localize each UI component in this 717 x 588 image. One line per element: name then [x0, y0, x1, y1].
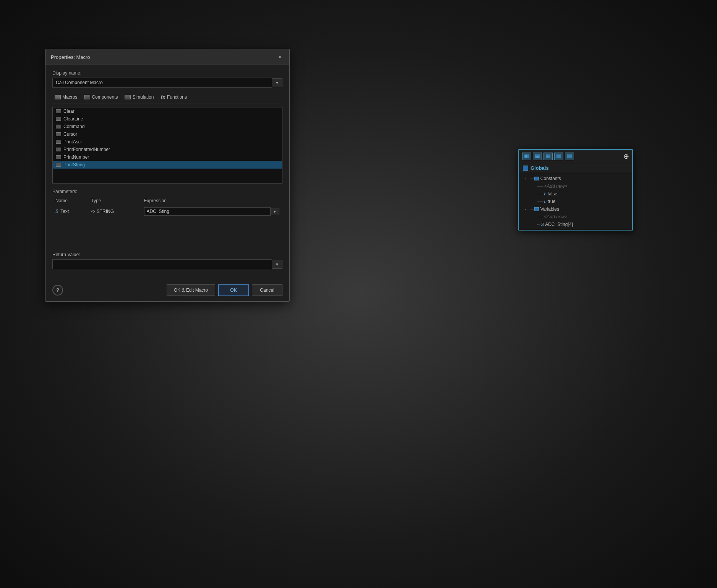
expression-input[interactable]	[144, 207, 271, 216]
globals-panel: x{} ≈ ⊕ Globals ▪ ─ Constants ── <Add ne…	[518, 149, 633, 231]
params-table: Name Type Expression S Text <- STRING	[52, 197, 282, 218]
macro-item-printnumber[interactable]: PrintNumber	[53, 153, 282, 161]
macro-item-printstring[interactable]: PrintString	[53, 161, 282, 169]
tree-constants-node[interactable]: ▪ ─ Constants	[519, 175, 632, 182]
globals-toolbar: x{} ≈ ⊕	[519, 150, 632, 163]
variables-label: Variables	[540, 206, 559, 212]
toolbar-btn-1[interactable]	[522, 153, 531, 160]
connector: ──	[537, 184, 543, 188]
help-button[interactable]: ?	[52, 285, 63, 296]
cancel-button[interactable]: Cancel	[252, 284, 282, 296]
macro-item-cursor[interactable]: Cursor	[53, 130, 282, 138]
param-expression-cell: ▼	[141, 205, 282, 218]
macros-tab-icon	[55, 95, 61, 99]
add-new-variable-label: <Add new>	[544, 214, 568, 219]
connector: ─	[537, 222, 540, 227]
connector: ──	[537, 214, 543, 219]
macro-item-label: PrintAscii	[63, 139, 83, 145]
functions-tab-icon: fx	[161, 94, 165, 100]
expr-cell: ▼	[144, 207, 279, 216]
ok-button[interactable]: OK	[218, 284, 249, 296]
dialog-title: Properties: Macro	[51, 54, 90, 60]
simulation-tab-label: Simulation	[132, 94, 154, 100]
toolbar-btn-5[interactable]	[565, 153, 574, 160]
svg-rect-7	[567, 154, 572, 158]
constants-label: Constants	[540, 176, 561, 181]
macro-item-label: PrintFormattedNumber	[63, 147, 110, 152]
macro-icon	[56, 155, 61, 159]
display-name-input[interactable]	[52, 78, 272, 88]
add-new-constant-label: <Add new>	[544, 184, 568, 189]
functions-tab-label: Functions	[167, 94, 187, 100]
macro-icon	[56, 140, 61, 144]
tab-macros[interactable]: Macros	[52, 93, 79, 101]
macro-icon	[56, 125, 61, 128]
dialog-footer: ? OK & Edit Macro OK Cancel	[45, 280, 289, 301]
svg-text:≈: ≈	[547, 155, 548, 158]
display-name-label: Display name:	[52, 70, 282, 76]
macro-item-label: Command	[63, 124, 84, 129]
macro-icon	[56, 117, 61, 121]
toolbar-btn-2[interactable]: x{}	[533, 153, 542, 160]
macro-icon	[56, 132, 61, 136]
connector: ──	[537, 192, 543, 196]
tab-simulation[interactable]: Simulation	[122, 93, 156, 101]
return-value-label: Return Value:	[52, 252, 282, 257]
tree-constants-add[interactable]: ── <Add new>	[519, 182, 632, 190]
param-row-text: S Text <- STRING ▼	[52, 205, 282, 218]
macro-icon	[56, 109, 61, 113]
svg-text:x{}: x{}	[535, 155, 539, 158]
ok-edit-macro-button[interactable]: OK & Edit Macro	[167, 284, 215, 296]
globals-title: Globals	[530, 165, 549, 171]
tab-components[interactable]: Components	[82, 93, 120, 101]
connector: ─	[530, 176, 534, 181]
display-name-dropdown[interactable]: ▼	[272, 78, 282, 87]
macro-item-clearline[interactable]: ClearLine	[53, 115, 282, 123]
connector: ─	[530, 207, 534, 211]
dialog-body: Display name: ▼ Macros Components Simula…	[45, 65, 289, 280]
params-header-expression: Expression	[141, 197, 282, 205]
expand-icon: ▪	[525, 177, 530, 181]
tab-functions[interactable]: fx Functions	[158, 93, 189, 101]
macro-item-printformattednumber[interactable]: PrintFormattedNumber	[53, 146, 282, 153]
macro-item-printascii[interactable]: PrintAscii	[53, 138, 282, 146]
tree-true-item[interactable]: ── b true	[519, 198, 632, 205]
components-tab-icon	[84, 95, 90, 99]
string-type-icon: S	[541, 222, 544, 227]
macro-list[interactable]: Clear ClearLine Command Cursor PrintAsci…	[52, 107, 282, 184]
parameters-label: Parameters:	[52, 189, 282, 194]
display-name-row: ▼	[52, 78, 282, 88]
macro-item-label: ClearLine	[63, 116, 83, 122]
expression-dropdown[interactable]: ▼	[271, 208, 279, 215]
string-type-icon: S	[55, 209, 58, 214]
globals-header: Globals	[519, 163, 632, 173]
move-cursor-icon[interactable]: ⊕	[623, 152, 629, 161]
svg-rect-6	[556, 154, 561, 158]
bool-type-icon: b	[544, 192, 547, 196]
svg-rect-1	[525, 155, 527, 158]
dialog-titlebar: Properties: Macro ×	[45, 49, 289, 65]
tabs-row: Macros Components Simulation fx Function…	[52, 93, 282, 104]
macro-item-label: PrintString	[63, 162, 85, 167]
macro-icon	[56, 148, 61, 151]
macro-item-label: Clear	[63, 109, 75, 114]
simulation-tab-icon	[125, 95, 131, 99]
tree-variables-add[interactable]: ── <Add new>	[519, 213, 632, 221]
tree-variables-node[interactable]: ▪ ─ Variables	[519, 205, 632, 213]
tree-adc-sting-item[interactable]: ─ S ADC_Sting[4]	[519, 221, 632, 228]
close-button[interactable]: ×	[276, 53, 284, 61]
return-value-dropdown[interactable]: ▼	[272, 260, 282, 269]
return-input-row: ▼	[52, 259, 282, 269]
macro-item-clear[interactable]: Clear	[53, 107, 282, 115]
expand-icon: ▪	[525, 207, 530, 211]
return-value-input[interactable]	[52, 259, 272, 269]
macro-item-command[interactable]: Command	[53, 123, 282, 130]
macro-item-label: PrintNumber	[63, 154, 89, 160]
toolbar-btn-4[interactable]	[554, 153, 563, 160]
tree-false-item[interactable]: ── b false	[519, 190, 632, 198]
toolbar-btn-3[interactable]: ≈	[543, 153, 553, 160]
return-value-section: Return Value: ▼	[52, 252, 282, 269]
param-type: <- STRING	[91, 209, 114, 214]
bool-type-icon: b	[544, 199, 547, 204]
macros-tab-label: Macros	[62, 94, 77, 100]
